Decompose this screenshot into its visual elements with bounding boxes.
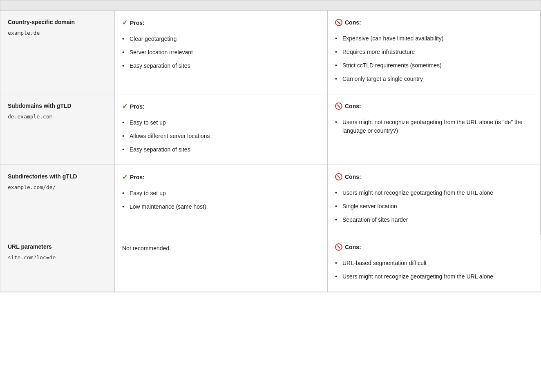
cons-item-2-2: Separation of sites harder [335,213,533,227]
cons-header-0: Cons: [335,19,533,26]
pros-item-0-1: Server location irrelevant [122,46,320,59]
no-icon-3 [335,243,342,251]
pros-label-2: Pros: [130,174,145,180]
table-title [0,0,541,11]
check-icon-1: ✓ [122,102,127,110]
pros-header-1: ✓Pros: [122,102,320,110]
pros-item-0-0: Clear geotargeting [122,32,320,46]
row-name-2: Subdirectories with gTLD [8,173,107,180]
pros-cell-2: ✓Pros:Easy to set upLow maintenance (sam… [115,165,328,235]
cons-list-3: URL-based segmentation difficultUsers mi… [335,256,533,283]
cons-header-2: Cons: [335,173,533,180]
pros-label-1: Pros: [130,103,145,110]
pros-item-0-2: Easy separation of sites [122,59,320,73]
no-icon-2 [335,173,342,180]
cons-item-0-2: Strict ccTLD requirements (sometimes) [335,59,533,72]
cons-list-0: Expensive (can have limited availability… [335,32,533,86]
cons-list-1: Users might not recognize geotargeting f… [335,116,533,138]
cons-label-1: Cons: [345,103,361,109]
pros-item-2-0: Easy to set up [122,187,320,200]
not-recommended-3: Not recommended. [122,243,320,252]
cons-cell-3: Cons:URL-based segmentation difficultUse… [328,235,541,292]
pros-header-0: ✓Pros: [122,19,320,27]
cons-list-2: Users might not recognize geotargeting f… [335,186,533,227]
pros-list-0: Clear geotargetingServer location irrele… [122,32,320,73]
cons-label-3: Cons: [345,244,361,250]
pros-cell-3: Not recommended. [115,235,328,292]
cons-label-2: Cons: [345,174,361,180]
row-label-3: URL parameterssite.com?loc=de [0,235,115,292]
row-label-1: Subdomains with gTLDde.example.com [0,94,115,165]
cons-item-0-3: Can only target a single country [335,72,533,86]
pros-label-0: Pros: [130,20,145,26]
pros-header-2: ✓Pros: [122,173,320,181]
cons-item-3-1: Users might not recognize geotargeting f… [335,270,533,283]
cons-item-2-0: Users might not recognize geotargeting f… [335,186,533,200]
row-name-1: Subdomains with gTLD [8,102,107,109]
pros-item-1-2: Easy separation of sites [122,143,320,156]
no-icon-1 [335,102,342,110]
cons-header-3: Cons: [335,243,533,251]
row-label-2: Subdirectories with gTLDexample.com/de/ [0,165,115,235]
check-icon-0: ✓ [122,19,127,27]
cons-item-1-0: Users might not recognize geotargeting f… [335,116,533,138]
url-structure-table: Country-specific domainexample.de✓Pros:C… [0,0,541,292]
row-code-1: de.example.com [8,114,53,120]
pros-item-2-1: Low maintenance (same host) [122,200,320,214]
pros-cell-0: ✓Pros:Clear geotargetingServer location … [115,11,328,94]
cons-label-0: Cons: [345,19,361,26]
row-label-0: Country-specific domainexample.de [0,11,115,94]
cons-cell-0: Cons:Expensive (can have limited availab… [328,11,541,94]
cons-item-0-1: Requires more infrastructure [335,45,533,59]
cons-item-3-0: URL-based segmentation difficult [335,256,533,270]
no-icon-0 [335,19,342,26]
cons-item-0-0: Expensive (can have limited availability… [335,32,533,45]
pros-list-1: Easy to set upAllows different server lo… [122,116,320,156]
pros-item-1-1: Allows different server locations [122,129,320,143]
cons-item-2-1: Single server location [335,200,533,213]
row-code-3: site.com?loc=de [8,254,56,261]
pros-list-2: Easy to set upLow maintenance (same host… [122,187,320,214]
row-name-3: URL parameters [8,243,107,250]
row-name-0: Country-specific domain [8,19,107,25]
row-code-2: example.com/de/ [8,184,56,190]
row-code-0: example.de [8,30,40,36]
cons-header-1: Cons: [335,102,533,110]
pros-cell-1: ✓Pros:Easy to set upAllows different ser… [115,94,328,165]
table-grid: Country-specific domainexample.de✓Pros:C… [0,11,541,292]
cons-cell-2: Cons:Users might not recognize geotarget… [328,165,541,235]
cons-cell-1: Cons:Users might not recognize geotarget… [328,94,541,165]
pros-item-1-0: Easy to set up [122,116,320,129]
check-icon-2: ✓ [122,173,127,181]
